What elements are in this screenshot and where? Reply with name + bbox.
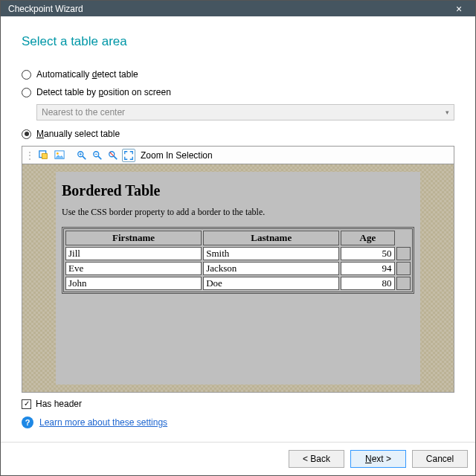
zoom-reset-icon[interactable]	[106, 149, 120, 162]
zoom-label: Zoom In Selection	[141, 150, 213, 161]
has-header-label: Has header	[36, 399, 82, 409]
wizard-body: Select a table area Automatically detect…	[1, 16, 475, 442]
preview-page: Bordered Table Use the CSS border proper…	[56, 172, 420, 385]
preview-toolbar: ⋮ Zoom In Selection	[22, 147, 454, 164]
sample-subtitle: Use the CSS border property to add a bor…	[62, 207, 414, 218]
svg-line-8	[98, 155, 101, 158]
has-header-checkbox[interactable]: ✓ Has header	[22, 399, 454, 409]
capture-image-icon[interactable]	[53, 149, 66, 162]
next-button[interactable]: Next >	[350, 450, 406, 468]
checkbox-icon: ✓	[22, 399, 31, 409]
cancel-button[interactable]: Cancel	[412, 450, 468, 468]
capture-region-icon[interactable]	[37, 149, 51, 162]
back-button[interactable]: < Back	[289, 450, 344, 468]
help-row: ? Learn more about these settings	[22, 416, 454, 428]
option-auto-detect[interactable]: Automatically detect table	[22, 69, 454, 80]
option-auto-label: Automatically detect table	[36, 69, 138, 80]
col-age: Age	[341, 231, 394, 245]
window-title: Checkpoint Wizard	[8, 4, 450, 14]
grip-icon: ⋮	[25, 150, 33, 161]
table-header-row: Firstname Lastname Age	[65, 231, 411, 245]
sample-title: Bordered Table	[62, 182, 414, 199]
help-link[interactable]: Learn more about these settings	[39, 417, 167, 428]
page-heading: Select a table area	[22, 34, 454, 49]
titlebar: Checkpoint Wizard ×	[1, 1, 475, 16]
preview-canvas[interactable]: Bordered Table Use the CSS border proper…	[22, 164, 454, 392]
option-manual-label: Manually select table	[36, 129, 120, 139]
svg-line-12	[110, 152, 114, 155]
table-row: John Doe 80	[65, 277, 411, 290]
svg-line-11	[114, 155, 117, 158]
radio-icon	[22, 70, 31, 80]
dropdown-value: Nearest to the center	[42, 107, 125, 118]
wizard-footer: < Back Next > Cancel	[1, 442, 475, 475]
checkpoint-wizard-window: Checkpoint Wizard × Select a table area …	[0, 0, 476, 476]
position-dropdown: Nearest to the center ▾	[36, 104, 454, 120]
radio-icon	[22, 88, 31, 97]
option-bypos-label: Detect table by position on screen	[36, 87, 171, 97]
radio-icon	[22, 129, 31, 139]
svg-line-4	[83, 155, 86, 158]
zoom-fit-icon[interactable]	[122, 149, 135, 162]
table-row: Eve Jackson 94	[65, 262, 411, 275]
zoom-in-icon[interactable]	[75, 149, 89, 162]
col-firstname: Firstname	[65, 231, 202, 245]
option-by-position[interactable]: Detect table by position on screen	[22, 87, 454, 97]
help-icon[interactable]: ?	[22, 416, 33, 428]
option-manual[interactable]: Manually select table	[22, 129, 454, 139]
zoom-out-icon[interactable]	[91, 149, 104, 162]
sample-table[interactable]: Firstname Lastname Age Jill Smith 50 Eve	[62, 227, 414, 294]
preview-panel: ⋮ Zoom In Selection Bordered Table Use t…	[22, 146, 454, 393]
svg-point-2	[57, 152, 59, 155]
chevron-down-icon: ▾	[446, 109, 449, 116]
col-lastname: Lastname	[203, 231, 339, 245]
close-icon[interactable]: ×	[450, 3, 468, 15]
table-row: Jill Smith 50	[65, 247, 411, 260]
